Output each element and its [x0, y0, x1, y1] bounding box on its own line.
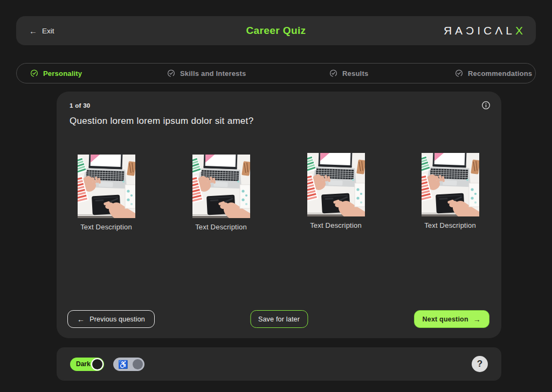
top-bar: ← Exit Career Quiz ЯAƆICΛL X — [16, 16, 536, 45]
answer-option-3[interactable]: Text Description — [301, 153, 371, 229]
option-caption: Text Description — [301, 221, 371, 229]
step-results[interactable]: Results — [329, 69, 368, 78]
arrow-right-icon: → — [473, 316, 481, 323]
step-skills-and-interests[interactable]: Skills and Interests — [167, 69, 246, 78]
back-arrow-icon: ← — [29, 26, 37, 36]
dark-mode-toggle[interactable]: Dark — [70, 358, 104, 371]
option-image[interactable] — [307, 153, 365, 216]
step-label: Recommendations — [468, 69, 532, 78]
step-label: Skills and Interests — [180, 69, 246, 78]
step-personality[interactable]: Personality — [30, 69, 82, 78]
question-mark-icon: ? — [477, 359, 482, 369]
answer-option-1[interactable]: Text Description — [71, 155, 141, 231]
next-question-button[interactable]: Next question → — [414, 310, 489, 328]
step-label: Results — [342, 69, 368, 78]
logo-x: X — [515, 24, 523, 37]
check-circle-icon — [455, 69, 463, 78]
option-caption: Text Description — [415, 221, 485, 229]
option-caption: Text Description — [71, 223, 141, 231]
save-for-later-button[interactable]: Save for later — [250, 310, 308, 328]
accessibility-toggle[interactable]: ♿ — [113, 358, 144, 371]
radicalx-logo: ЯAƆICΛL X — [444, 24, 523, 37]
help-button[interactable]: ? — [472, 356, 488, 372]
previous-question-label: Previous question — [89, 316, 145, 323]
answer-option-4[interactable]: Text Description — [415, 153, 485, 229]
option-image[interactable] — [422, 153, 479, 216]
check-circle-icon — [167, 69, 175, 78]
career-quiz-app: ← Exit Career Quiz ЯAƆICΛL X Personality… — [0, 0, 552, 392]
progress-stepper: Personality Skills and Interests Results… — [16, 63, 536, 83]
previous-question-button[interactable]: ← Previous question — [67, 310, 155, 328]
dark-mode-label: Dark — [76, 360, 91, 368]
answer-option-2[interactable]: Text Description — [186, 155, 256, 231]
option-caption: Text Description — [186, 223, 256, 231]
question-card: 1 of 30 Question lorem lorem ipsum dolor… — [57, 92, 501, 338]
question-counter: 1 of 30 — [70, 102, 91, 109]
dark-toggle-knob — [91, 358, 104, 370]
step-label: Personality — [43, 69, 82, 78]
wheelchair-icon: ♿ — [118, 360, 128, 368]
check-circle-icon — [329, 69, 337, 78]
step-recommendations[interactable]: Recommendations — [455, 69, 532, 78]
option-image[interactable] — [78, 155, 135, 218]
exit-label: Exit — [42, 27, 54, 35]
info-icon[interactable] — [481, 101, 491, 110]
logo-wordmark: ЯAƆICΛL — [444, 24, 515, 37]
exit-button[interactable]: ← Exit — [29, 26, 54, 36]
option-image[interactable] — [192, 155, 250, 218]
arrow-left-icon: ← — [77, 316, 85, 323]
question-text: Question lorem lorem ipsum dolor sit ame… — [70, 116, 253, 127]
next-question-label: Next question — [423, 316, 468, 323]
accessibility-toggle-knob — [133, 359, 143, 369]
footer-bar: Dark ♿ ? — [57, 347, 501, 381]
save-for-later-label: Save for later — [258, 316, 300, 323]
check-circle-icon — [30, 69, 38, 78]
